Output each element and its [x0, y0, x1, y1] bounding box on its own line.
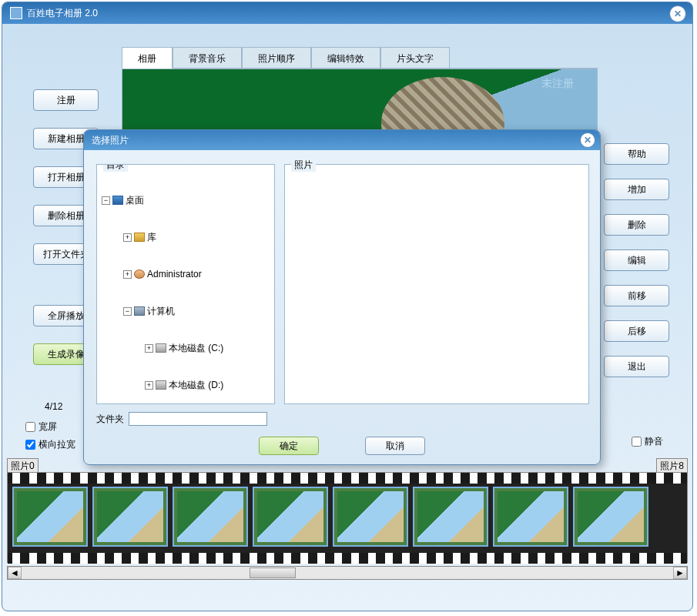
- dialog-buttons: 确定 取消: [84, 437, 600, 455]
- filmstrip: [7, 472, 688, 563]
- tree-node-library[interactable]: +库: [102, 231, 270, 243]
- thumbnail[interactable]: [12, 487, 88, 547]
- expand-icon[interactable]: +: [123, 233, 132, 242]
- directory-label: 目录: [103, 164, 128, 172]
- window-title: 百姓电子相册 2.0: [27, 7, 98, 20]
- titlebar: 百姓电子相册 2.0 ✕: [2, 2, 692, 24]
- photos-label: 照片: [291, 159, 316, 172]
- thumbnail[interactable]: [92, 487, 168, 547]
- tab-titles[interactable]: 片头文字: [380, 47, 450, 69]
- folder-row: 文件夹: [96, 412, 267, 426]
- dialog-title: 选择照片: [92, 134, 129, 147]
- drive-icon: [156, 380, 166, 390]
- tree-node-admin[interactable]: +Administrator: [102, 268, 270, 280]
- tab-order[interactable]: 照片顺序: [242, 47, 311, 69]
- widescreen-checkbox[interactable]: [25, 422, 35, 432]
- stretch-check[interactable]: 横向拉宽: [25, 438, 75, 451]
- mute-check[interactable]: 静音: [632, 435, 663, 448]
- tree-node-drive-c[interactable]: +本地磁盘 (C:): [102, 342, 270, 354]
- thumbnail[interactable]: [333, 487, 408, 547]
- tree-node-drive-d[interactable]: +本地磁盘 (D:): [102, 379, 270, 391]
- photo-counter: 4/12: [45, 401, 62, 412]
- expand-icon[interactable]: +: [145, 381, 153, 390]
- tree-node-computer[interactable]: −计算机: [102, 305, 270, 317]
- dialog-titlebar: 选择照片 ✕: [84, 130, 600, 150]
- expand-icon[interactable]: +: [123, 270, 132, 279]
- expand-icon[interactable]: +: [145, 344, 153, 353]
- folder-label: 文件夹: [96, 413, 124, 426]
- thumbnail-track: [8, 484, 687, 553]
- tree-node-desktop[interactable]: −桌面: [102, 194, 270, 206]
- exit-button[interactable]: 退出: [604, 356, 669, 377]
- select-photo-dialog: 选择照片 ✕ 目录 −桌面 +库 +Administrator −计算机 +本地…: [83, 129, 601, 465]
- collapse-icon[interactable]: −: [102, 196, 110, 205]
- thumbnail[interactable]: [413, 487, 488, 547]
- cancel-button[interactable]: 取消: [365, 437, 425, 455]
- widescreen-check[interactable]: 宽屏: [25, 420, 75, 434]
- library-icon: [134, 233, 145, 242]
- collapse-icon[interactable]: −: [123, 307, 132, 316]
- ok-button[interactable]: 确定: [259, 437, 319, 455]
- dialog-close-button[interactable]: ✕: [580, 132, 595, 148]
- photos-panel: 照片: [284, 164, 589, 404]
- view-options: 宽屏 横向拉宽: [25, 420, 75, 451]
- mute-checkbox[interactable]: [632, 437, 642, 447]
- stretch-checkbox[interactable]: [25, 440, 35, 450]
- scroll-right-button[interactable]: ►: [673, 567, 687, 579]
- folder-input[interactable]: [129, 412, 267, 426]
- dialog-body: 目录 −桌面 +库 +Administrator −计算机 +本地磁盘 (C:)…: [84, 150, 600, 464]
- scroll-track[interactable]: [22, 567, 673, 579]
- user-icon: [134, 270, 145, 279]
- thumbnail[interactable]: [493, 487, 568, 547]
- film-perforation-bottom: [8, 553, 687, 564]
- thumbnail[interactable]: [253, 487, 328, 547]
- delete-button[interactable]: 删除: [604, 214, 669, 236]
- add-button[interactable]: 增加: [604, 179, 669, 200]
- edit-button[interactable]: 编辑: [604, 249, 669, 271]
- tab-effects[interactable]: 编辑特效: [311, 47, 380, 69]
- tab-bar: 相册 背景音乐 照片顺序 编辑特效 片头文字: [122, 47, 450, 69]
- horizontal-scrollbar[interactable]: ◄ ►: [7, 566, 688, 580]
- scroll-left-button[interactable]: ◄: [8, 567, 22, 579]
- desktop-icon: [112, 196, 123, 205]
- tab-album[interactable]: 相册: [122, 47, 173, 69]
- watermark: 未注册: [541, 77, 574, 91]
- drive-icon: [156, 343, 166, 353]
- computer-icon: [134, 306, 145, 316]
- right-toolbar: 帮助 增加 删除 编辑 前移 后移 退出: [604, 143, 669, 391]
- directory-panel: 目录 −桌面 +库 +Administrator −计算机 +本地磁盘 (C:)…: [96, 164, 275, 404]
- thumbnail[interactable]: [573, 487, 648, 547]
- close-icon: ✕: [584, 135, 591, 146]
- film-perforation-top: [8, 473, 687, 484]
- forward-button[interactable]: 前移: [604, 285, 669, 306]
- thumbnail[interactable]: [173, 487, 248, 547]
- app-icon: [10, 7, 22, 19]
- tab-music[interactable]: 背景音乐: [173, 47, 242, 69]
- backward-button[interactable]: 后移: [604, 320, 669, 342]
- close-icon: ✕: [674, 8, 682, 19]
- directory-tree: −桌面 +库 +Administrator −计算机 +本地磁盘 (C:) +本…: [102, 169, 270, 404]
- close-button[interactable]: ✕: [669, 5, 686, 22]
- scroll-thumb[interactable]: [250, 567, 296, 578]
- help-button[interactable]: 帮助: [604, 143, 669, 165]
- register-button[interactable]: 注册: [33, 89, 99, 111]
